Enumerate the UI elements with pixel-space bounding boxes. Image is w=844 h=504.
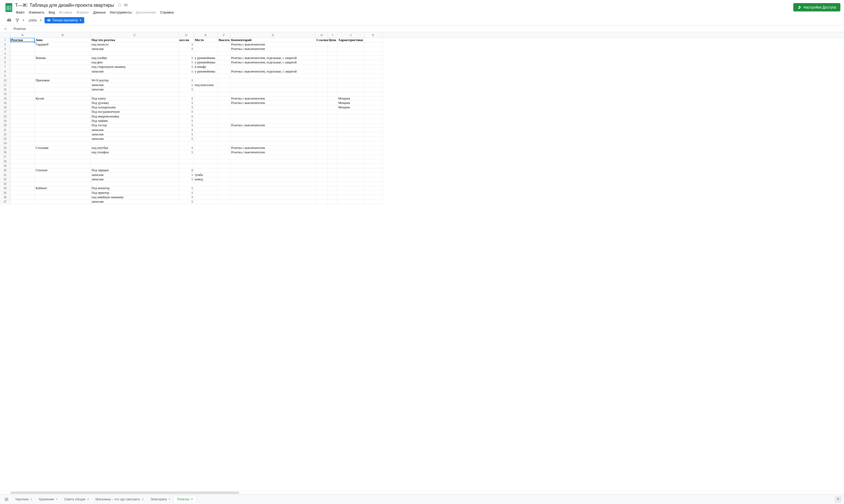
cell-D6[interactable]: 1 [179, 60, 194, 65]
cell-B25[interactable]: Столовая [35, 146, 91, 150]
cell-C23[interactable]: запасная [91, 137, 179, 141]
cell-K9[interactable] [364, 74, 382, 78]
cell-G35[interactable] [230, 191, 316, 195]
cell-H36[interactable] [316, 195, 328, 199]
chevron-down-icon[interactable]: ▼ [191, 498, 193, 501]
cell-E13[interactable] [194, 92, 218, 96]
cell-A13[interactable] [11, 92, 35, 96]
cell-I28[interactable] [328, 159, 338, 164]
cell-J4[interactable] [338, 51, 364, 56]
cell-J24[interactable] [338, 141, 364, 146]
cell-H29[interactable] [316, 164, 328, 168]
cell-J12[interactable] [338, 87, 364, 92]
cell-D5[interactable]: 1 [179, 56, 194, 60]
cell-H10[interactable] [316, 78, 328, 83]
cell-B18[interactable] [35, 114, 91, 119]
cell-A18[interactable] [11, 114, 35, 119]
cell-F30[interactable] [218, 168, 230, 173]
cell-G16[interactable] [230, 105, 316, 110]
cell-I31[interactable] [328, 173, 338, 177]
cell-F25[interactable] [218, 146, 230, 150]
cell-H1[interactable]: Ссылка [316, 38, 328, 42]
cell-F21[interactable] [218, 128, 230, 132]
cell-E32[interactable]: комод [194, 177, 218, 182]
cell-F10[interactable] [218, 78, 230, 83]
filter-icon[interactable] [14, 17, 21, 24]
cell-A10[interactable] [11, 78, 35, 83]
cell-C12[interactable]: запасная [91, 87, 179, 92]
cell-E25[interactable] [194, 146, 218, 150]
cell-J13[interactable] [338, 92, 364, 96]
cell-B16[interactable] [35, 105, 91, 110]
cell-H7[interactable] [316, 65, 328, 69]
row-header[interactable]: 30 [0, 168, 11, 173]
cell-B8[interactable] [35, 69, 91, 74]
cell-K33[interactable] [364, 182, 382, 186]
cell-B24[interactable] [35, 141, 91, 146]
cell-D22[interactable]: 1 [179, 132, 194, 137]
cell-K8[interactable] [364, 69, 382, 74]
cell-E28[interactable] [194, 159, 218, 164]
cell-F35[interactable] [218, 191, 230, 195]
row-header[interactable]: 29 [0, 164, 11, 168]
cell-F33[interactable] [218, 182, 230, 186]
cell-B32[interactable] [35, 177, 91, 182]
menu-файл[interactable]: Файл [14, 10, 26, 15]
cell-J32[interactable] [338, 177, 364, 182]
row-header[interactable]: 6 [0, 60, 11, 65]
column-header-H[interactable]: H [316, 32, 328, 38]
cell-H3[interactable] [316, 47, 328, 51]
cell-D13[interactable] [179, 92, 194, 96]
cell-A27[interactable] [11, 155, 35, 159]
cell-F14[interactable] [218, 96, 230, 101]
cell-F2[interactable] [218, 42, 230, 47]
chevron-down-icon[interactable]: ▼ [30, 498, 33, 501]
cell-H27[interactable] [316, 155, 328, 159]
cell-K28[interactable] [364, 159, 382, 164]
cell-H19[interactable] [316, 119, 328, 123]
cell-D9[interactable] [179, 74, 194, 78]
cell-E2[interactable] [194, 42, 218, 47]
cell-G32[interactable] [230, 177, 316, 182]
column-header-F[interactable]: F [218, 32, 230, 38]
cell-G25[interactable]: Розетка с выключателем [230, 146, 316, 150]
menu-вид[interactable]: Вид [47, 10, 57, 15]
cell-E1[interactable]: Место [194, 38, 218, 42]
cell-I10[interactable] [328, 78, 338, 83]
cell-H18[interactable] [316, 114, 328, 119]
cell-K1[interactable] [364, 38, 382, 42]
cell-B35[interactable] [35, 191, 91, 195]
cell-C27[interactable] [91, 155, 179, 159]
zoom-dropdown-icon[interactable]: ▼ [39, 19, 42, 21]
cell-J31[interactable] [338, 173, 364, 177]
cell-B12[interactable] [35, 87, 91, 92]
cell-G8[interactable]: Розетка с выключателем, отдельные, с защ… [230, 69, 316, 74]
cell-D10[interactable]: 1 [179, 78, 194, 83]
cell-C36[interactable]: под швейную машинку [91, 195, 179, 199]
cell-C29[interactable] [91, 164, 179, 168]
cell-C11[interactable]: запасная [91, 83, 179, 87]
cell-I21[interactable] [328, 128, 338, 132]
cell-G15[interactable]: Розетка с выключателем [230, 101, 316, 105]
cell-B13[interactable] [35, 92, 91, 96]
cell-H21[interactable] [316, 128, 328, 132]
cell-C26[interactable]: под телефон [91, 150, 179, 155]
cell-A34[interactable] [11, 186, 35, 191]
cell-D31[interactable]: 1 [179, 173, 194, 177]
cell-C22[interactable]: запасная [91, 132, 179, 137]
cell-E24[interactable] [194, 141, 218, 146]
move-icon[interactable] [124, 3, 128, 8]
cell-G5[interactable]: Розетка с выключателем, отдельные, с защ… [230, 56, 316, 60]
cell-H11[interactable] [316, 83, 328, 87]
cell-J16[interactable]: Мощная [338, 105, 364, 110]
row-header[interactable]: 4 [0, 51, 11, 56]
row-header[interactable]: 22 [0, 132, 11, 137]
cell-F17[interactable] [218, 110, 230, 114]
cell-G14[interactable]: Розетка с выключателем [230, 96, 316, 101]
cell-H4[interactable] [316, 51, 328, 56]
row-header[interactable]: 16 [0, 105, 11, 110]
cell-G12[interactable] [230, 87, 316, 92]
cell-A5[interactable] [11, 56, 35, 60]
cell-C30[interactable]: Под зарядки [91, 168, 179, 173]
cell-F9[interactable] [218, 74, 230, 78]
